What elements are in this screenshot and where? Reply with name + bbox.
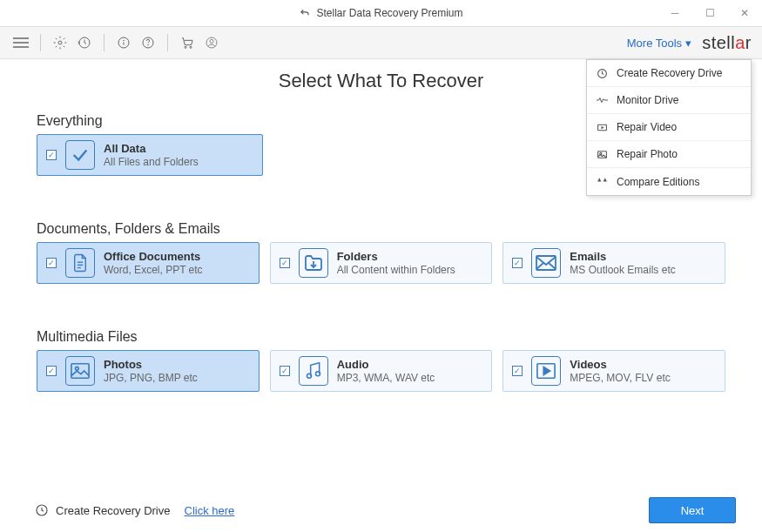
checkbox[interactable]: ✓ bbox=[280, 366, 290, 376]
footer-label: Create Recovery Drive bbox=[56, 504, 171, 517]
user-icon[interactable] bbox=[201, 32, 222, 53]
card-title: Folders bbox=[337, 250, 455, 264]
titlebar: Stellar Data Recovery Premium ─ ☐ ✕ bbox=[0, 0, 762, 26]
back-icon bbox=[299, 7, 311, 19]
dropdown-create-recovery[interactable]: Create Recovery Drive bbox=[587, 60, 751, 87]
next-button[interactable]: Next bbox=[649, 497, 736, 523]
folder-down-icon bbox=[299, 248, 328, 278]
card-title: All Data bbox=[104, 142, 199, 156]
monitor-icon bbox=[596, 96, 608, 104]
repair-video-icon bbox=[596, 122, 608, 133]
dropdown-repair-video[interactable]: Repair Video bbox=[587, 114, 751, 141]
envelope-icon bbox=[531, 248, 561, 278]
svg-point-11 bbox=[190, 46, 192, 48]
footer: Create Recovery Drive Click here Next bbox=[0, 488, 762, 532]
recovery-drive-icon bbox=[596, 68, 608, 79]
card-sub: Word, Excel, PPT etc bbox=[104, 264, 203, 276]
card-title: Emails bbox=[570, 250, 675, 264]
menu-icon[interactable] bbox=[10, 32, 31, 53]
svg-point-10 bbox=[185, 46, 186, 48]
card-audio[interactable]: ✓ Audio MP3, WMA, WAV etc bbox=[270, 350, 493, 392]
compare-icon bbox=[596, 176, 608, 187]
info-icon[interactable] bbox=[113, 32, 134, 53]
svg-marker-19 bbox=[597, 178, 601, 181]
svg-point-13 bbox=[210, 39, 213, 43]
svg-line-26 bbox=[536, 263, 543, 269]
card-emails[interactable]: ✓ Emails MS Outlook Emails etc bbox=[502, 242, 725, 284]
dropdown-monitor-drive[interactable]: Monitor Drive bbox=[587, 87, 751, 114]
repair-photo-icon bbox=[596, 149, 608, 160]
section-multimedia-label: Multimedia Files bbox=[37, 329, 725, 345]
window-title: Stellar Data Recovery Premium bbox=[316, 7, 462, 19]
history-icon[interactable] bbox=[74, 32, 95, 53]
chevron-down-icon: ▾ bbox=[685, 37, 691, 50]
close-button[interactable]: ✕ bbox=[727, 0, 762, 26]
checkbox[interactable]: ✓ bbox=[280, 258, 290, 268]
checkbox[interactable]: ✓ bbox=[46, 150, 57, 160]
svg-point-9 bbox=[148, 44, 149, 45]
card-title: Office Documents bbox=[104, 250, 203, 264]
dropdown-item-label: Repair Photo bbox=[617, 148, 678, 160]
svg-point-30 bbox=[307, 374, 311, 378]
card-sub: JPG, PNG, BMP etc bbox=[104, 372, 198, 384]
svg-marker-16 bbox=[601, 125, 604, 128]
svg-point-3 bbox=[58, 41, 62, 44]
recovery-drive-icon bbox=[35, 503, 49, 517]
svg-rect-28 bbox=[71, 364, 89, 379]
dropdown-repair-photo[interactable]: Repair Photo bbox=[587, 141, 751, 168]
dropdown-item-label: Repair Video bbox=[617, 121, 677, 133]
more-tools-dropdown: Create Recovery Drive Monitor Drive Repa… bbox=[586, 59, 752, 196]
document-icon bbox=[65, 248, 95, 278]
section-documents-label: Documents, Folders & Emails bbox=[37, 221, 725, 237]
svg-rect-25 bbox=[536, 256, 556, 270]
check-icon bbox=[65, 140, 95, 170]
svg-line-27 bbox=[549, 263, 556, 269]
svg-point-7 bbox=[124, 40, 125, 41]
toolbar: More Tools ▾ stellar bbox=[0, 26, 762, 59]
checkbox[interactable]: ✓ bbox=[46, 258, 57, 268]
checkbox[interactable]: ✓ bbox=[512, 258, 523, 268]
maximize-button[interactable]: ☐ bbox=[692, 0, 727, 26]
checkbox[interactable]: ✓ bbox=[512, 366, 523, 376]
svg-point-29 bbox=[76, 367, 79, 370]
card-photos[interactable]: ✓ Photos JPG, PNG, BMP etc bbox=[37, 350, 260, 392]
card-title: Photos bbox=[104, 358, 198, 372]
help-icon[interactable] bbox=[138, 32, 158, 53]
dropdown-item-label: Monitor Drive bbox=[617, 94, 678, 106]
svg-marker-33 bbox=[544, 367, 550, 374]
image-icon bbox=[65, 356, 95, 386]
more-tools-label: More Tools bbox=[627, 37, 682, 50]
card-folders[interactable]: ✓ Folders All Content within Folders bbox=[270, 242, 493, 284]
card-sub: MS Outlook Emails etc bbox=[570, 264, 675, 276]
card-sub: MP3, WMA, WAV etc bbox=[337, 372, 435, 384]
card-all-data[interactable]: ✓ All Data All Files and Folders bbox=[37, 134, 263, 176]
dropdown-item-label: Compare Editions bbox=[617, 176, 699, 188]
dropdown-compare-editions[interactable]: Compare Editions bbox=[587, 168, 751, 195]
card-videos[interactable]: ✓ Videos MPEG, MOV, FLV etc bbox=[502, 350, 725, 392]
more-tools-menu[interactable]: More Tools ▾ bbox=[627, 37, 691, 50]
gear-icon[interactable] bbox=[50, 32, 71, 53]
brand-logo: stellar bbox=[702, 33, 752, 53]
card-sub: All Files and Folders bbox=[104, 156, 199, 168]
card-sub: MPEG, MOV, FLV etc bbox=[570, 372, 670, 384]
card-title: Audio bbox=[337, 358, 435, 372]
card-title: Videos bbox=[570, 358, 670, 372]
svg-marker-20 bbox=[603, 178, 606, 181]
minimize-button[interactable]: ─ bbox=[657, 0, 692, 26]
play-icon bbox=[531, 356, 561, 386]
footer-link[interactable]: Click here bbox=[185, 504, 235, 517]
card-sub: All Content within Folders bbox=[337, 264, 455, 276]
dropdown-item-label: Create Recovery Drive bbox=[617, 67, 722, 79]
svg-point-31 bbox=[315, 372, 320, 376]
checkbox[interactable]: ✓ bbox=[46, 366, 57, 376]
music-icon bbox=[299, 356, 328, 386]
cart-icon[interactable] bbox=[177, 32, 198, 53]
card-office-documents[interactable]: ✓ Office Documents Word, Excel, PPT etc bbox=[37, 242, 260, 284]
